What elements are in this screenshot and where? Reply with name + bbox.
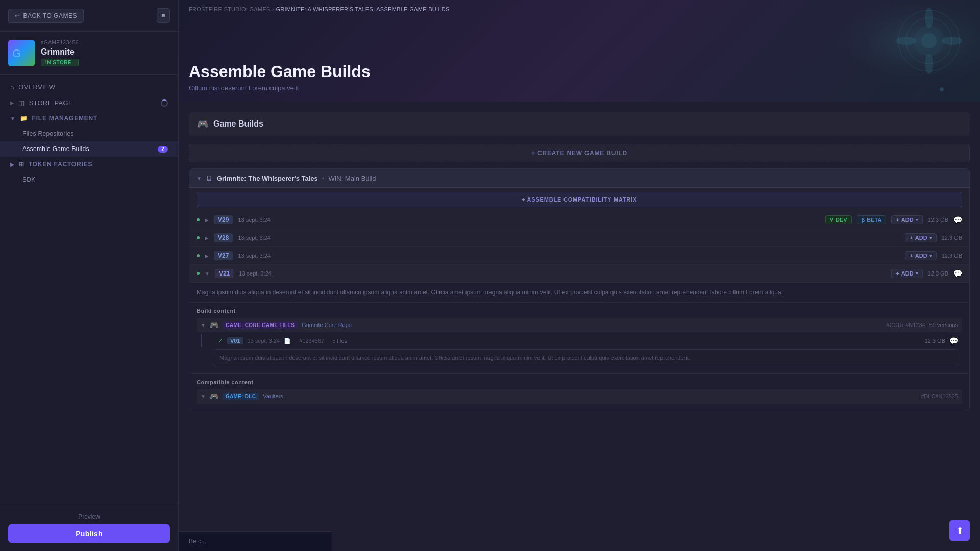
checkmark-icon-v01: ✓ bbox=[218, 337, 223, 344]
dev-tag-v29: ⑂ DEV bbox=[825, 215, 852, 224]
publish-button[interactable]: Publish bbox=[8, 524, 170, 543]
assemble-builds-label: Assemble Game Builds bbox=[22, 145, 89, 153]
sidebar-item-store-page[interactable]: ▶ ◫ STORE PAGE bbox=[0, 95, 178, 111]
svg-point-11 bbox=[940, 87, 944, 91]
ver-tag-v01: V01 bbox=[227, 337, 243, 344]
back-button-label: BACK TO GAMES bbox=[23, 12, 77, 19]
version-chevron-v28[interactable]: ▶ bbox=[205, 235, 209, 241]
core-files-versions-count: 59 versions bbox=[929, 322, 958, 328]
add-button-v27[interactable]: + ADD ▾ bbox=[905, 251, 936, 260]
add-button-v21[interactable]: + ADD ▾ bbox=[891, 269, 922, 278]
sidebar-item-overview[interactable]: ⌂ OVERVIEW bbox=[0, 79, 178, 95]
game-thumbnail: G bbox=[8, 40, 35, 66]
add-button-v29[interactable]: + ADD ▾ bbox=[891, 215, 922, 224]
assemble-matrix-button[interactable]: + ASSEMBLE COMPATIBILITY MATRIX bbox=[197, 192, 962, 207]
chevron-right-icon-2: ▶ bbox=[10, 162, 15, 167]
chevron-right-icon: ▶ bbox=[10, 100, 14, 106]
build-content-section: Build content ▼ 🎮 GAME: CORE GAME FILES … bbox=[189, 303, 969, 373]
version-chevron-v27[interactable]: ▶ bbox=[205, 253, 209, 259]
compatible-content-title: Compatible content bbox=[197, 379, 962, 385]
sidebar-footer: Preview Publish bbox=[0, 505, 178, 551]
version-date-v28: 13 sept, 3:24 bbox=[238, 235, 900, 241]
version-size-v29: 12.3 GB bbox=[928, 217, 948, 223]
add-chevron-v27: ▾ bbox=[929, 253, 932, 258]
dlc-icon: 🎮 bbox=[210, 392, 218, 400]
build-platform: WIN: Main Build bbox=[328, 174, 376, 182]
build-platform-icon: 🖥 bbox=[206, 174, 213, 182]
compatible-content-section: Compatible content ▼ 🎮 GAME: DLC Vaulter… bbox=[189, 373, 969, 411]
ver-size-v01: 12.3 GB bbox=[925, 338, 945, 344]
overview-label: OVERVIEW bbox=[18, 83, 55, 91]
dlc-row: ▼ 🎮 GAME: DLC Vaulters #DLC#N12525 bbox=[197, 389, 962, 404]
dlc-repo: Vaulters bbox=[263, 393, 283, 399]
core-files-tag: GAME: CORE GAME FILES bbox=[223, 321, 298, 329]
hero-background-art bbox=[776, 0, 980, 102]
svg-point-6 bbox=[921, 33, 937, 48]
version-chevron-v29[interactable]: ▶ bbox=[205, 217, 209, 223]
game-id: #GAME123456 bbox=[41, 40, 79, 45]
store-page-icon: ◫ bbox=[18, 99, 24, 107]
sidebar-header: ↩ BACK TO GAMES ≡ bbox=[0, 0, 178, 32]
game-name: Grimnite bbox=[41, 47, 79, 57]
version-dot-v21 bbox=[197, 272, 200, 275]
game-info-panel: G #GAME123456 Grimnite IN STORE bbox=[0, 32, 178, 75]
version-size-v21: 12.3 GB bbox=[928, 270, 948, 277]
version-size-v27: 12.3 GB bbox=[942, 253, 962, 259]
sidebar-item-file-management[interactable]: ▼ 📁 FILE MANAGEMENT bbox=[0, 111, 178, 126]
game-details: #GAME123456 Grimnite IN STORE bbox=[41, 40, 79, 66]
svg-point-10 bbox=[942, 37, 962, 45]
loading-spinner bbox=[161, 99, 168, 107]
sidebar: ↩ BACK TO GAMES ≡ G bbox=[0, 0, 179, 551]
hamburger-icon: ≡ bbox=[161, 12, 165, 19]
svg-point-9 bbox=[896, 37, 916, 45]
core-files-chevron[interactable]: ▼ bbox=[201, 322, 206, 328]
section-header: 🎮 Game Builds bbox=[189, 112, 970, 136]
version-dot-v27 bbox=[197, 254, 200, 257]
version-row-v21: ▼ V21 13 sept, 3:24 + ADD ▾ 12.3 GB 💬 bbox=[189, 265, 969, 283]
create-game-build-button[interactable]: + CREATE NEW GAME BUILD bbox=[189, 144, 970, 162]
version-chevron-v21[interactable]: ▼ bbox=[205, 271, 210, 277]
folder-icon: 📁 bbox=[20, 115, 28, 122]
back-to-games-button[interactable]: ↩ BACK TO GAMES bbox=[8, 9, 84, 23]
sidebar-item-token-factories[interactable]: ▶ ⊞ TOKEN FacTories bbox=[0, 157, 178, 172]
version-tag-v21: V21 bbox=[215, 269, 234, 278]
beta-icon: β bbox=[862, 217, 865, 223]
core-files-v01-row: ✓ V01 13 sept, 3:24 📄 #1234567 5 files 1… bbox=[201, 334, 962, 347]
add-chevron-v21: ▾ bbox=[916, 271, 918, 276]
sidebar-item-files-repositories[interactable]: Files Repositories bbox=[0, 126, 178, 141]
dlc-chevron[interactable]: ▼ bbox=[201, 394, 206, 399]
sidebar-item-sdk[interactable]: SDK bbox=[0, 172, 178, 187]
sdk-label: SDK bbox=[22, 176, 36, 183]
menu-icon-button[interactable]: ≡ bbox=[157, 8, 170, 23]
version-dot-v28 bbox=[197, 236, 200, 239]
token-factories-label: TOKEN FacTories bbox=[29, 161, 93, 168]
comment-icon-v21[interactable]: 💬 bbox=[953, 269, 962, 278]
branch-icon: ⑂ bbox=[830, 217, 834, 223]
build-chevron-icon[interactable]: ▼ bbox=[197, 176, 202, 181]
file-icon-v01: 📄 bbox=[284, 338, 291, 344]
build-separator: • bbox=[322, 174, 325, 182]
ver-date-v01: 13 sept, 3:24 bbox=[248, 338, 280, 344]
core-files-row: ▼ 🎮 GAME: CORE GAME FILES Grimnite Core … bbox=[197, 318, 962, 332]
assemble-matrix-wrapper: + ASSEMBLE COMPATIBILITY MATRIX bbox=[189, 188, 969, 211]
upload-icon: ⬆ bbox=[956, 525, 964, 536]
float-action-button[interactable]: ⬆ bbox=[949, 520, 970, 541]
game-controller-icon: 🎮 bbox=[210, 321, 218, 329]
version-v21-expanded: Magna ipsum duis aliqua in deserunt et s… bbox=[189, 283, 969, 411]
version-tag-v27: V27 bbox=[214, 251, 233, 260]
sidebar-item-assemble-builds[interactable]: Assemble Game Builds 2 bbox=[0, 141, 178, 157]
add-button-v28[interactable]: + ADD ▾ bbox=[905, 233, 936, 242]
files-repositories-label: Files Repositories bbox=[22, 130, 74, 137]
file-management-label: FILE MANAGEMENT bbox=[32, 115, 98, 122]
core-files-repo: Grimnite Core Repo bbox=[302, 322, 352, 328]
page-subtitle: Cillum nisi deserunt Lorem culpa velit bbox=[189, 84, 371, 92]
store-page-label: STORE PAGE bbox=[29, 99, 73, 107]
comment-icon-v01[interactable]: 💬 bbox=[949, 337, 958, 345]
back-arrow-icon: ↩ bbox=[15, 12, 20, 19]
version-v21-note: Magna ipsum duis aliqua in deserunt et s… bbox=[189, 283, 969, 303]
plus-icon: + ASSEMBLE COMPATIBILITY MATRIX bbox=[522, 196, 637, 203]
comment-icon-v29[interactable]: 💬 bbox=[953, 216, 962, 224]
page-title: Assemble Game Builds bbox=[189, 62, 371, 81]
ver-files-v01: 5 files bbox=[332, 338, 347, 344]
grid-icon: ⊞ bbox=[19, 161, 24, 168]
